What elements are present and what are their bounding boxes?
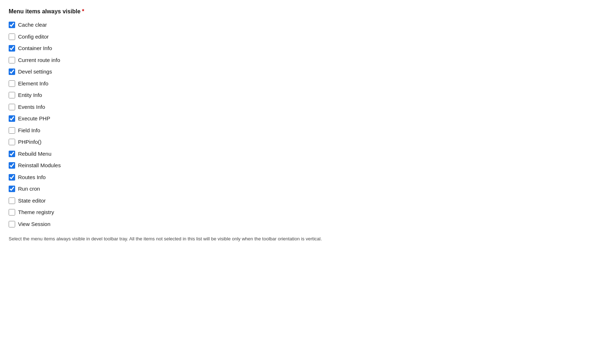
- checkbox-label-config-editor[interactable]: Config editor: [18, 33, 49, 41]
- checkbox-events-info[interactable]: [9, 104, 15, 110]
- checkbox-label-state-editor[interactable]: State editor: [18, 197, 46, 205]
- checkbox-element-info[interactable]: [9, 80, 15, 87]
- checkbox-phpinfo[interactable]: [9, 139, 15, 145]
- checkbox-label-field-info[interactable]: Field Info: [18, 126, 40, 135]
- list-item: Container Info: [9, 44, 597, 53]
- list-item: Config editor: [9, 33, 597, 41]
- checkbox-list: Cache clearConfig editorContainer InfoCu…: [9, 21, 597, 228]
- list-item: Events Info: [9, 103, 597, 111]
- list-item: State editor: [9, 197, 597, 205]
- checkbox-config-editor[interactable]: [9, 34, 15, 40]
- section-title-text: Menu items always visible: [9, 7, 80, 16]
- checkbox-label-cache-clear[interactable]: Cache clear: [18, 21, 47, 29]
- section-title: Menu items always visible *: [9, 7, 597, 16]
- list-item: Entity Info: [9, 91, 597, 99]
- checkbox-container-info[interactable]: [9, 45, 15, 52]
- checkbox-label-entity-info[interactable]: Entity Info: [18, 91, 42, 99]
- checkbox-cache-clear[interactable]: [9, 22, 15, 28]
- help-text: Select the menu items always visible in …: [9, 235, 333, 243]
- checkbox-label-container-info[interactable]: Container Info: [18, 44, 52, 53]
- menu-items-section: Menu items always visible * Cache clearC…: [9, 7, 597, 243]
- list-item: Run cron: [9, 185, 597, 193]
- checkbox-label-current-route-info[interactable]: Current route info: [18, 56, 60, 65]
- checkbox-label-run-cron[interactable]: Run cron: [18, 185, 40, 193]
- checkbox-field-info[interactable]: [9, 127, 15, 134]
- list-item: Reinstall Modules: [9, 161, 597, 170]
- list-item: Field Info: [9, 126, 597, 135]
- checkbox-view-session[interactable]: [9, 221, 15, 227]
- list-item: Routes Info: [9, 173, 597, 182]
- checkbox-state-editor[interactable]: [9, 197, 15, 204]
- checkbox-run-cron[interactable]: [9, 186, 15, 192]
- checkbox-label-events-info[interactable]: Events Info: [18, 103, 45, 111]
- checkbox-label-rebuild-menu[interactable]: Rebuild Menu: [18, 150, 52, 158]
- list-item: Rebuild Menu: [9, 150, 597, 158]
- list-item: Current route info: [9, 56, 597, 65]
- checkbox-label-phpinfo[interactable]: PHPinfo(): [18, 138, 41, 146]
- checkbox-label-theme-registry[interactable]: Theme registry: [18, 208, 54, 217]
- list-item: Devel settings: [9, 68, 597, 76]
- checkbox-routes-info[interactable]: [9, 174, 15, 181]
- checkbox-rebuild-menu[interactable]: [9, 151, 15, 157]
- list-item: Cache clear: [9, 21, 597, 29]
- checkbox-label-routes-info[interactable]: Routes Info: [18, 173, 46, 182]
- list-item: Element Info: [9, 80, 597, 88]
- required-indicator: *: [82, 7, 84, 16]
- checkbox-label-element-info[interactable]: Element Info: [18, 80, 48, 88]
- checkbox-devel-settings[interactable]: [9, 68, 15, 75]
- checkbox-entity-info[interactable]: [9, 92, 15, 98]
- checkbox-label-view-session[interactable]: View Session: [18, 220, 50, 228]
- list-item: View Session: [9, 220, 597, 228]
- list-item: Theme registry: [9, 208, 597, 217]
- list-item: PHPinfo(): [9, 138, 597, 146]
- checkbox-label-devel-settings[interactable]: Devel settings: [18, 68, 52, 76]
- checkbox-theme-registry[interactable]: [9, 209, 15, 216]
- list-item: Execute PHP: [9, 115, 597, 123]
- checkbox-execute-php[interactable]: [9, 115, 15, 122]
- checkbox-current-route-info[interactable]: [9, 57, 15, 63]
- checkbox-reinstall-modules[interactable]: [9, 162, 15, 169]
- checkbox-label-execute-php[interactable]: Execute PHP: [18, 115, 50, 123]
- checkbox-label-reinstall-modules[interactable]: Reinstall Modules: [18, 161, 61, 170]
